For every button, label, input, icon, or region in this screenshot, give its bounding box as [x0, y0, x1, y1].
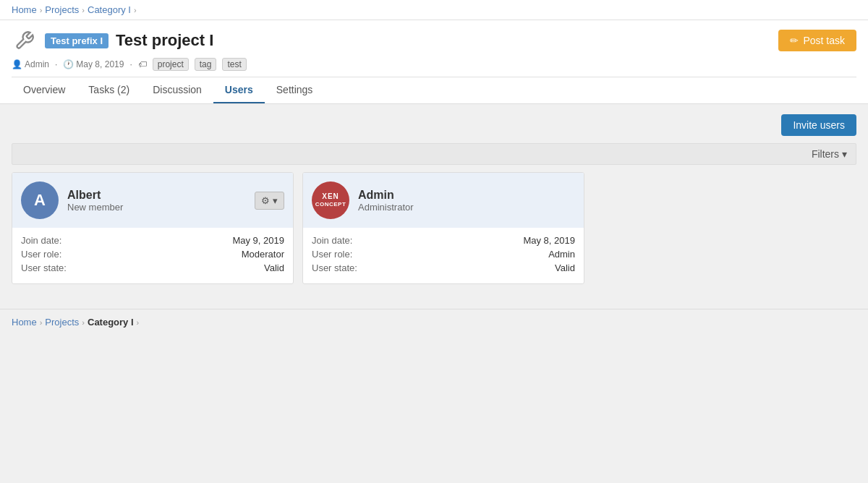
person-icon: 👤 — [12, 59, 22, 69]
albert-role-value: Moderator — [242, 249, 284, 260]
project-title: Test project I — [116, 31, 213, 50]
admin-state-label: User state: — [312, 262, 357, 273]
caret-down-icon: ▾ — [842, 148, 847, 160]
users-grid: A Albert New member ⚙ ▾ Join date: May 9… — [12, 172, 856, 284]
tag-test: test — [222, 58, 246, 71]
clock-icon: 🕐 — [63, 59, 74, 69]
footer-sep-3: › — [137, 318, 140, 327]
breadcrumb-sep-1: › — [40, 6, 43, 14]
albert-join-label: Join date: — [21, 235, 61, 246]
footer-breadcrumb-home[interactable]: Home — [12, 317, 37, 328]
meta-author: 👤 Admin — [12, 59, 49, 69]
edit-icon: ✏ — [790, 35, 799, 46]
admin-join-row: Join date: May 8, 2019 — [312, 235, 575, 246]
meta-date: 🕐 May 8, 2019 — [63, 59, 124, 69]
footer-breadcrumb-projects[interactable]: Projects — [45, 317, 79, 328]
post-task-label: Post task — [803, 35, 845, 46]
albert-state-row: User state: Valid — [21, 262, 284, 273]
invite-users-button[interactable]: Invite users — [781, 114, 856, 136]
footer-sep-2: › — [82, 318, 85, 327]
albert-state-value: Valid — [264, 262, 284, 273]
avatar-admin: XEN CONCEPT — [312, 181, 349, 219]
post-task-button[interactable]: ✏ Post task — [778, 30, 856, 51]
breadcrumb-projects[interactable]: Projects — [45, 4, 79, 15]
author-name: Admin — [25, 59, 49, 69]
breadcrumb-home[interactable]: Home — [12, 4, 37, 15]
footer-breadcrumb-category: Category I — [88, 317, 134, 328]
albert-role-row: User role: Moderator — [21, 249, 284, 260]
avatar-albert: A — [21, 181, 59, 219]
project-header: Test prefix I Test project I ✏ Post task… — [0, 20, 868, 104]
tag-icon: 🏷 — [138, 59, 147, 69]
project-meta: 👤 Admin · 🕐 May 8, 2019 · 🏷 project tag … — [12, 58, 856, 71]
project-prefix-badge: Test prefix I — [45, 33, 109, 48]
footer-breadcrumb: Home › Projects › Category I › — [0, 309, 868, 335]
footer-sep-1: › — [40, 318, 43, 327]
admin-join-value: May 8, 2019 — [523, 235, 575, 246]
user-card-admin: XEN CONCEPT Admin Administrator Join dat… — [302, 172, 584, 284]
admin-role-value: Admin — [548, 249, 575, 260]
filters-label: Filters — [812, 148, 839, 160]
wrench-icon — [12, 27, 38, 54]
albert-join-row: Join date: May 9, 2019 — [21, 235, 284, 246]
tag-tag: tag — [195, 58, 217, 71]
user-card-albert-body: Join date: May 9, 2019 User role: Modera… — [12, 228, 293, 283]
albert-join-value: May 9, 2019 — [232, 235, 284, 246]
user-name-admin: Admin — [358, 189, 414, 202]
albert-role-label: User role: — [21, 249, 61, 260]
caret-icon-albert: ▾ — [273, 195, 278, 206]
gear-button-albert[interactable]: ⚙ ▾ — [255, 192, 284, 210]
tab-tasks[interactable]: Tasks (2) — [77, 77, 141, 103]
project-date: May 8, 2019 — [76, 59, 124, 69]
tab-overview[interactable]: Overview — [12, 77, 77, 103]
tab-users[interactable]: Users — [213, 77, 265, 103]
user-card-admin-body: Join date: May 8, 2019 User role: Admin … — [303, 228, 584, 283]
admin-join-label: Join date: — [312, 235, 352, 246]
tabs-bar: Overview Tasks (2) Discussion Users Sett… — [12, 77, 856, 103]
filters-bar: Filters ▾ — [12, 143, 856, 165]
tab-settings[interactable]: Settings — [265, 77, 325, 103]
users-toolbar: Invite users — [12, 114, 856, 136]
breadcrumb-sep-3: › — [134, 6, 137, 14]
breadcrumb-sep-2: › — [82, 6, 85, 14]
albert-state-label: User state: — [21, 262, 67, 273]
user-role-display-albert: New member — [67, 202, 123, 213]
user-name-albert: Albert — [67, 189, 123, 202]
tab-discussion[interactable]: Discussion — [141, 77, 213, 103]
user-card-albert: A Albert New member ⚙ ▾ Join date: May 9… — [12, 172, 294, 284]
admin-role-label: User role: — [312, 249, 352, 260]
top-breadcrumb: Home › Projects › Category I › — [0, 0, 868, 20]
gear-icon-albert: ⚙ — [261, 195, 270, 206]
tag-project: project — [153, 58, 189, 71]
breadcrumb-category[interactable]: Category I — [88, 4, 131, 15]
admin-state-value: Valid — [555, 262, 575, 273]
filters-button[interactable]: Filters ▾ — [812, 148, 847, 160]
user-card-albert-header: A Albert New member ⚙ ▾ — [12, 173, 293, 228]
content-area: Invite users Filters ▾ A Albert New memb… — [0, 104, 868, 294]
admin-role-row: User role: Admin — [312, 249, 575, 260]
user-card-admin-header: XEN CONCEPT Admin Administrator — [303, 173, 584, 228]
admin-state-row: User state: Valid — [312, 262, 575, 273]
user-role-display-admin: Administrator — [358, 202, 414, 213]
